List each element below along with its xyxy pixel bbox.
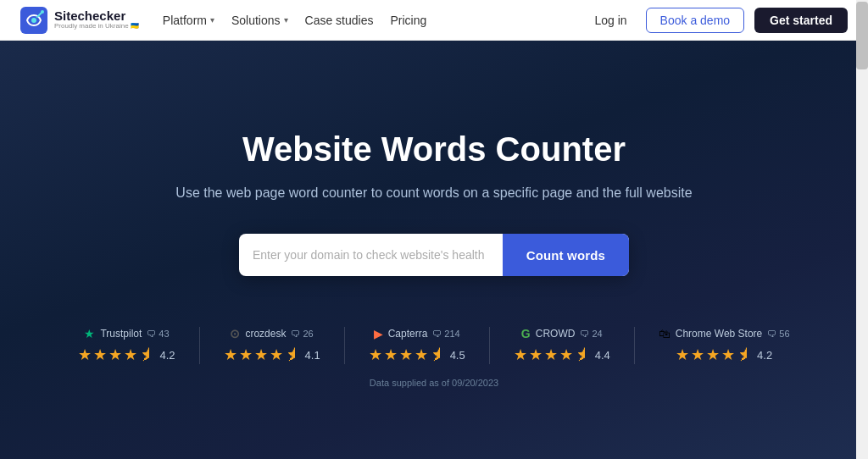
platform-name: crozdesk bbox=[245, 328, 286, 340]
scrollbar-thumb[interactable] bbox=[856, 2, 868, 69]
star-icon: ★ bbox=[108, 346, 122, 364]
chevron-down-icon: ▾ bbox=[284, 15, 288, 25]
review-count: 🗨 56 bbox=[767, 329, 789, 339]
login-button[interactable]: Log in bbox=[586, 8, 635, 32]
review-icon: 🗨 bbox=[767, 329, 776, 339]
review-icon: 🗨 bbox=[291, 329, 300, 339]
star-icon: ★ bbox=[529, 346, 542, 364]
nav-link-pricing[interactable]: Pricing bbox=[390, 14, 426, 27]
star-icon: ★ bbox=[93, 346, 107, 364]
review-count: 🗨 214 bbox=[432, 329, 459, 339]
star-icon: ★ bbox=[415, 346, 428, 364]
review-icon: 🗨 bbox=[147, 329, 156, 339]
rating-header: ★ Trustpilot 🗨 43 bbox=[84, 327, 169, 340]
rating-crozdesk: ⊙ crozdesk 🗨 26 ★ ★ ★ ★ ⯨ 4.1 bbox=[200, 327, 345, 364]
star-half-icon: ⯨ bbox=[737, 346, 752, 364]
platform-name: CROWD bbox=[536, 328, 576, 340]
star-icon: ★ bbox=[676, 346, 689, 364]
hero-section: Website Words Counter Use the web page w… bbox=[0, 41, 868, 459]
crozdesk-icon: ⊙ bbox=[230, 327, 240, 340]
logo-name: Sitechecker bbox=[54, 9, 139, 24]
rating-crowd: G CROWD 🗨 24 ★ ★ ★ ★ ⯨ 4.4 bbox=[490, 327, 635, 364]
rating-header: ▶ Capterra 🗨 214 bbox=[374, 327, 460, 340]
trustpilot-icon: ★ bbox=[84, 327, 95, 340]
crowd-icon: G bbox=[521, 327, 531, 340]
review-count: 🗨 43 bbox=[147, 329, 169, 339]
logo[interactable]: Sitechecker Proudly made in Ukraine 🇺🇦 bbox=[20, 7, 139, 34]
star-icon: ★ bbox=[254, 346, 268, 364]
star-rating: ★ ★ ★ ★ ⯨ 4.2 bbox=[676, 346, 772, 364]
star-icon: ★ bbox=[239, 346, 253, 364]
star-icon: ★ bbox=[514, 346, 527, 364]
review-count: 🗨 26 bbox=[291, 329, 313, 339]
navbar: Sitechecker Proudly made in Ukraine 🇺🇦 P… bbox=[0, 0, 868, 41]
get-started-button[interactable]: Get started bbox=[754, 8, 848, 33]
star-rating: ★ ★ ★ ★ ⯨ 4.5 bbox=[369, 346, 465, 364]
star-icon: ★ bbox=[384, 346, 398, 364]
rating-trustpilot: ★ Trustpilot 🗨 43 ★ ★ ★ ★ ⯨ 4.2 bbox=[54, 327, 199, 364]
count-words-button[interactable]: Count words bbox=[503, 234, 629, 276]
nav-right: Log in Book a demo Get started bbox=[586, 8, 848, 33]
star-icon: ★ bbox=[399, 346, 413, 364]
chrome-icon: 🛍 bbox=[659, 327, 670, 340]
platform-name: Chrome Web Store bbox=[676, 328, 763, 340]
star-icon: ★ bbox=[691, 346, 704, 364]
rating-header: G CROWD 🗨 24 bbox=[521, 327, 603, 340]
nav-link-solutions[interactable]: Solutions ▾ bbox=[231, 14, 288, 27]
rating-score: 4.1 bbox=[305, 349, 320, 362]
platform-name: Capterra bbox=[388, 328, 428, 340]
chevron-down-icon: ▾ bbox=[210, 15, 214, 25]
rating-score: 4.2 bbox=[757, 349, 772, 362]
star-icon: ★ bbox=[270, 346, 283, 364]
star-icon: ★ bbox=[369, 346, 382, 364]
scrollbar[interactable] bbox=[856, 0, 868, 459]
rating-header: 🛍 Chrome Web Store 🗨 56 bbox=[659, 327, 790, 340]
rating-capterra: ▶ Capterra 🗨 214 ★ ★ ★ ★ ⯨ 4.5 bbox=[345, 327, 490, 364]
hero-title: Website Words Counter bbox=[242, 129, 626, 169]
capterra-icon: ▶ bbox=[374, 327, 383, 340]
star-rating: ★ ★ ★ ★ ⯨ 4.4 bbox=[514, 346, 610, 364]
rating-score: 4.2 bbox=[159, 349, 175, 362]
review-icon: 🗨 bbox=[580, 329, 589, 339]
svg-point-2 bbox=[41, 10, 44, 14]
star-rating: ★ ★ ★ ★ ⯨ 4.1 bbox=[224, 346, 320, 364]
star-half-icon: ⯨ bbox=[575, 346, 590, 364]
star-icon: ★ bbox=[706, 346, 720, 364]
book-demo-button[interactable]: Book a demo bbox=[646, 8, 745, 33]
rating-header: ⊙ crozdesk 🗨 26 bbox=[230, 327, 313, 340]
logo-tagline: Proudly made in Ukraine 🇺🇦 bbox=[54, 23, 139, 30]
nav-left: Sitechecker Proudly made in Ukraine 🇺🇦 P… bbox=[20, 7, 426, 34]
data-footer: Data supplied as of 09/20/2023 bbox=[370, 378, 498, 388]
star-icon: ★ bbox=[544, 346, 558, 364]
domain-input[interactable] bbox=[239, 248, 503, 262]
nav-link-case-studies[interactable]: Case studies bbox=[305, 14, 374, 27]
logo-icon bbox=[20, 7, 47, 34]
review-icon: 🗨 bbox=[432, 329, 442, 339]
logo-text: Sitechecker Proudly made in Ukraine 🇺🇦 bbox=[54, 9, 139, 30]
platform-name: Trustpilot bbox=[100, 328, 142, 340]
search-bar: Count words bbox=[239, 234, 629, 276]
rating-score: 4.5 bbox=[450, 349, 465, 362]
review-count: 🗨 24 bbox=[580, 329, 602, 339]
star-icon: ★ bbox=[559, 346, 573, 364]
star-half-icon: ⯨ bbox=[139, 346, 154, 364]
star-icon: ★ bbox=[78, 346, 92, 364]
hero-subtitle: Use the web page word counter to count w… bbox=[175, 183, 692, 203]
ratings-section: ★ Trustpilot 🗨 43 ★ ★ ★ ★ ⯨ 4.2 ⊙ crozde… bbox=[54, 327, 813, 364]
star-rating: ★ ★ ★ ★ ⯨ 4.2 bbox=[78, 346, 175, 364]
nav-links: Platform ▾ Solutions ▾ Case studies Pric… bbox=[163, 14, 426, 27]
nav-link-platform[interactable]: Platform ▾ bbox=[163, 14, 214, 27]
star-icon: ★ bbox=[224, 346, 237, 364]
star-icon: ★ bbox=[124, 346, 137, 364]
rating-score: 4.4 bbox=[595, 349, 610, 362]
star-icon: ★ bbox=[721, 346, 735, 364]
star-half-icon: ⯨ bbox=[430, 346, 445, 364]
rating-chrome: 🛍 Chrome Web Store 🗨 56 ★ ★ ★ ★ ⯨ 4.2 bbox=[635, 327, 814, 364]
star-half-icon: ⯨ bbox=[285, 346, 300, 364]
svg-point-1 bbox=[31, 18, 36, 23]
